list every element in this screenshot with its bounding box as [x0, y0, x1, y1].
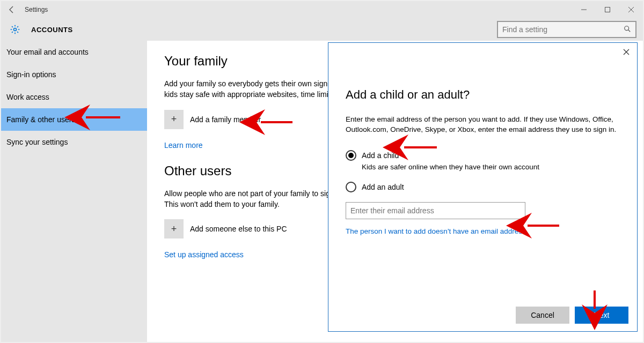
- gear-icon: [10, 24, 20, 35]
- minimize-button[interactable]: [572, 1, 596, 18]
- radio-add-adult[interactable]: Add an adult: [346, 182, 620, 192]
- no-email-link[interactable]: The person I want to add doesn't have an…: [346, 227, 526, 235]
- radio-child-label: Add a child: [362, 151, 399, 160]
- search-icon: [624, 25, 631, 34]
- sidebar: Your email and accounts Sign-in options …: [1, 41, 147, 342]
- radio-indicator-icon: [346, 150, 356, 161]
- add-other-user-label: Add someone else to this PC: [190, 225, 287, 233]
- radio-add-child[interactable]: Add a child: [346, 150, 620, 161]
- email-input[interactable]: [350, 203, 521, 219]
- dialog-title: Add a child or an adult?: [346, 88, 620, 102]
- sidebar-item-signin[interactable]: Sign-in options: [1, 63, 147, 86]
- back-button[interactable]: [5, 3, 18, 16]
- sidebar-item-label: Your email and accounts: [6, 48, 89, 56]
- sidebar-item-family[interactable]: Family & other users: [1, 108, 147, 131]
- next-button[interactable]: Next: [575, 307, 628, 324]
- radio-child-sub: Kids are safer online when they have the…: [362, 163, 620, 171]
- maximize-button[interactable]: [596, 1, 619, 18]
- sidebar-item-label: Sync your settings: [6, 138, 68, 146]
- plus-icon: +: [164, 219, 184, 238]
- radio-adult-label: Add an adult: [362, 183, 404, 191]
- dialog-close-button[interactable]: [621, 46, 632, 59]
- search-box[interactable]: [497, 21, 636, 38]
- page-title: ACCOUNTS: [31, 26, 497, 34]
- svg-point-2: [14, 28, 17, 31]
- sidebar-item-label: Family & other users: [6, 115, 75, 124]
- add-family-member-label: Add a family member: [190, 115, 261, 124]
- svg-point-3: [625, 26, 629, 30]
- plus-icon: +: [164, 110, 184, 129]
- window-title: Settings: [25, 6, 48, 13]
- svg-line-4: [628, 29, 631, 32]
- settings-header: ACCOUNTS: [1, 18, 643, 41]
- sidebar-item-sync[interactable]: Sync your settings: [1, 131, 147, 153]
- cancel-button[interactable]: Cancel: [516, 307, 569, 324]
- close-window-button[interactable]: [619, 1, 643, 18]
- search-input[interactable]: [502, 25, 624, 34]
- learn-more-link[interactable]: Learn more: [164, 141, 203, 150]
- sidebar-item-email[interactable]: Your email and accounts: [1, 41, 147, 63]
- radio-indicator-icon: [346, 182, 356, 192]
- email-field-wrapper[interactable]: [346, 202, 525, 219]
- sidebar-item-label: Sign-in options: [6, 70, 56, 79]
- add-person-dialog: Add a child or an adult? Enter the email…: [328, 42, 638, 332]
- sidebar-item-label: Work access: [6, 93, 49, 101]
- svg-rect-1: [605, 8, 610, 12]
- window-titlebar: Settings: [1, 1, 643, 18]
- sidebar-item-work[interactable]: Work access: [1, 86, 147, 108]
- assigned-access-link[interactable]: Set up assigned access: [164, 250, 244, 259]
- dialog-intro: Enter the email address of the person yo…: [346, 115, 620, 135]
